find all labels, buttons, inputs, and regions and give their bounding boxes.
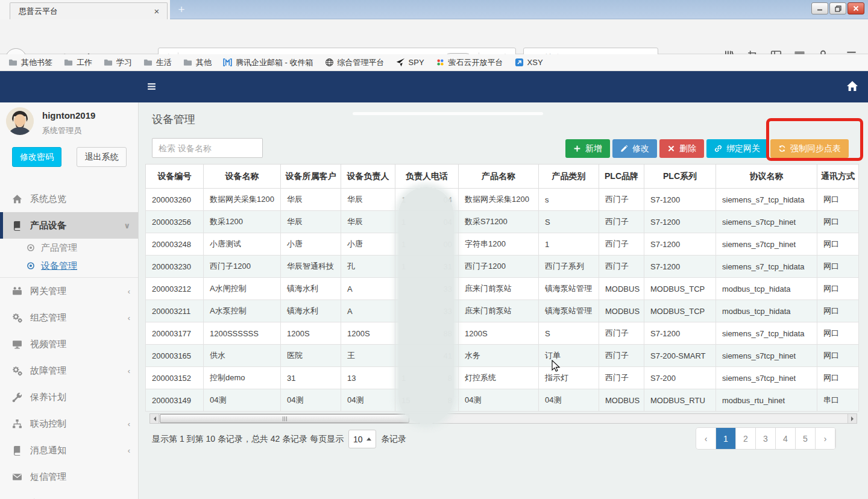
cell-customer: 华辰智通科技 [281,256,341,278]
caret-up-icon [366,435,371,441]
bookmark-item[interactable]: 其他 [183,57,212,68]
bookmark-item[interactable]: 综合管理平台 [325,57,385,68]
cell-plc-brand: 西门子 [599,189,644,211]
cell-owner: 孔 [341,256,395,278]
cell-category: 指示灯 [539,367,599,389]
bookmark-label: 其他书签 [21,57,52,68]
sidebar-item[interactable]: 视频管理 [0,331,139,357]
sidebar-collapse-icon[interactable] [146,81,157,92]
bookmark-item[interactable]: XSY [515,58,543,67]
sidebar-item[interactable]: 故障管理 ‹ [0,357,139,384]
toolbar-button[interactable]: 绑定网关 [706,139,768,158]
table-row[interactable]: 200003248 小唐测试 小唐 小唐 100 字符串1200 1 西门子 S… [146,233,859,256]
app-home-icon[interactable] [846,80,858,92]
page-button[interactable]: ‹ [696,428,716,449]
tab-close-icon[interactable]: × [151,6,162,16]
sidebar-item[interactable]: 联动控制 ‹ [0,410,139,437]
table-row[interactable]: 200003256 数采1200 华辰 华辰 104 数采S71200 S 西门… [146,211,859,233]
bookmark-item[interactable]: 其他书签 [8,57,52,68]
cell-plc-brand: MODBUS [599,278,644,300]
toolbar-button-label: 新增 [585,143,602,154]
toolbar-button[interactable]: 删除 [659,139,704,158]
toolbar-button[interactable]: 新增 [565,139,610,158]
page-title: 设备管理 [152,112,195,127]
page-button[interactable]: 3 [756,428,776,449]
chevron-icon: ‹ [128,366,130,375]
sidebar-subitem[interactable]: 设备管理 [0,257,139,275]
column-header[interactable]: 通讯方式 [817,165,859,189]
toolbar-button[interactable]: 强制同步点表 [770,139,849,158]
column-header[interactable]: 协议名称 [716,165,817,189]
cell-device-name: 西门子1200 [204,256,281,278]
table-row[interactable]: 200003165 供水 医院 王 41 水务 订单 西门子 S7-200-SM… [146,345,859,367]
cell-category: 订单 [539,345,599,367]
bookmark-item[interactable]: 生活 [143,57,172,68]
table-row[interactable]: 200003211 A水泵控制 镇海水利 A 33 庶来门前泵站 镇海泵站管理 … [146,300,859,322]
change-password-button[interactable]: 修改密码 [12,147,61,167]
column-header[interactable]: 设备负责人 [341,165,395,189]
table-row[interactable]: 200003230 西门子1200 华辰智通科技 孔 131 西门子1200 西… [146,256,859,278]
column-header[interactable]: 产品类别 [539,165,599,189]
scroll-right-arrow[interactable] [848,414,857,423]
chevron-icon: ‹ [128,287,130,296]
page-button-label: 2 [743,434,748,444]
sidebar-item-icon [12,221,22,231]
column-header[interactable]: 设备所属客户 [281,165,341,189]
sidebar-item[interactable]: 产品设备 ∨ [0,212,139,239]
bookmark-item[interactable]: 学习 [104,57,132,68]
scrollbar-thumb[interactable] [160,414,409,423]
bookmark-item[interactable]: 腾讯企业邮箱 - 收件箱 [223,57,313,68]
page-button[interactable]: 2 [736,428,756,449]
minimize-button[interactable] [811,2,828,14]
table-body: 200003260 数据网关采集1200 华辰 华辰 104 数据网关采集120… [146,189,859,412]
column-header[interactable]: PLC品牌 [599,165,644,189]
cell-owner: 小唐 [341,233,395,256]
scroll-left-arrow[interactable] [150,414,159,423]
column-header[interactable]: PLC系列 [644,165,716,189]
cell-comm-type: 网口 [817,189,859,211]
horizontal-scrollbar[interactable] [149,413,857,424]
column-header[interactable]: 产品名称 [459,165,539,189]
table-row[interactable]: 200003149 04测 04测 04测 158 04测 04测 MODBUS… [146,389,859,412]
column-header[interactable]: 设备名称 [204,165,281,189]
page-button[interactable]: 1 [716,428,736,449]
device-search-input[interactable] [152,138,263,158]
new-tab-button[interactable]: + [174,3,189,17]
cell-comm-type: 网口 [817,345,859,367]
table-row[interactable]: 200003212 A水闸控制 镇海水利 A 33 庶来门前泵站 镇海泵站管理 … [146,278,859,300]
table-row[interactable]: 200003260 数据网关采集1200 华辰 华辰 104 数据网关采集120… [146,189,859,211]
sidebar-item[interactable]: 短信管理 [0,463,139,490]
avatar[interactable] [6,107,34,135]
sidebar-item[interactable]: 消息通知 ‹ [0,437,139,463]
browser-tab[interactable]: 思普云平台 × [10,2,168,19]
sidebar-item[interactable]: 组态管理 ‹ [0,304,139,331]
cell-device-id: 200003260 [146,189,204,211]
sidebar-subitem[interactable]: 产品管理 [0,239,139,257]
column-header[interactable]: 负责人电话 [395,165,459,189]
user-role: 系统管理员 [42,125,81,136]
sidebar-item[interactable]: 系统总览 [0,186,139,212]
column-header[interactable]: 设备编号 [146,165,204,189]
bookmark-item[interactable]: SPY [396,58,424,67]
page-button[interactable]: 4 [776,428,796,449]
restore-button[interactable] [829,2,846,14]
bookmark-item[interactable]: 工作 [64,57,92,68]
sidebar-item[interactable]: 网关管理 ‹ [0,278,139,304]
table-row[interactable]: 200003177 1200SSSSSS 1200S 1200S 88 1200… [146,322,859,345]
close-button[interactable] [848,2,864,14]
cell-comm-type: 网口 [817,367,859,389]
sidebar-item[interactable]: 空间管理 [0,490,139,499]
page-button[interactable]: › [816,428,835,449]
page-button[interactable]: 5 [796,428,816,449]
cell-category: 04测 [539,389,599,412]
page-size-select[interactable]: 10 [348,430,376,448]
table-row[interactable]: 200003152 控制demo 31 13 18 灯控系统 指示灯 西门子 S… [146,367,859,389]
bookmark-label: XSY [527,58,543,67]
cell-product: 西门子1200 [459,256,539,278]
cell-owner: 04测 [341,389,395,412]
table-toolbar: 新增 修改 删除 绑定网关 强制同步点表 [565,139,849,158]
sidebar-item[interactable]: 保养计划 [0,384,139,410]
toolbar-button[interactable]: 修改 [612,139,657,158]
bookmark-item[interactable]: 萤石云开放平台 [436,57,503,68]
logout-button[interactable]: 退出系统 [77,147,127,167]
